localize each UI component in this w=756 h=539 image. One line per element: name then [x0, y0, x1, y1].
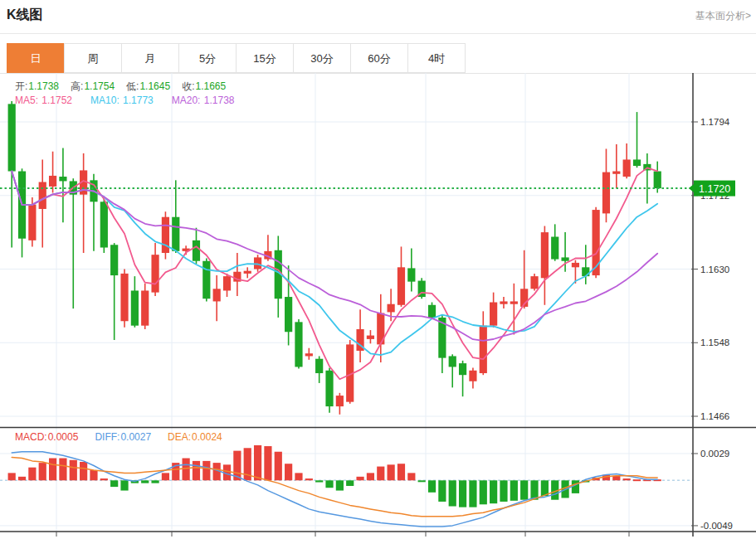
candle-body-down — [633, 159, 641, 166]
candle-body-up — [480, 326, 487, 373]
candle-body-down — [172, 217, 179, 251]
page-title: K线图 — [7, 7, 43, 24]
macd-bar — [377, 467, 384, 481]
price-badge-pointer — [689, 184, 694, 192]
macd-bar — [510, 480, 518, 501]
macd-bar — [315, 480, 323, 482]
candle-body-down — [110, 245, 118, 275]
ma10-line — [12, 172, 657, 356]
candle-body-down — [325, 371, 333, 406]
candlestick-chart[interactable]: 1.17941.17121.16301.15481.14660.0029-0.0… — [0, 73, 756, 539]
candle-body-down — [449, 356, 456, 367]
macd-bar — [356, 477, 363, 480]
candle-body-up — [388, 304, 395, 313]
macd-bar — [325, 480, 333, 488]
fundamental-analysis-link[interactable]: 基本面分析> — [695, 9, 751, 23]
candle-body-up — [213, 289, 221, 301]
candle-body-up — [151, 255, 159, 292]
candle-body-up — [49, 176, 56, 187]
candle-body-down — [285, 297, 292, 332]
macd-bar — [18, 477, 26, 480]
macd-bar — [70, 460, 77, 481]
macd-bar — [183, 459, 190, 481]
dea-line — [12, 457, 657, 516]
macd-bar — [407, 473, 415, 480]
macd-bar — [141, 480, 149, 483]
tab-月[interactable]: 月 — [121, 43, 179, 73]
macd-bar — [530, 480, 538, 499]
candle-body-up — [612, 172, 620, 174]
macd-bar — [520, 480, 528, 499]
tab-5分[interactable]: 5分 — [178, 43, 237, 73]
macd-bar — [28, 468, 36, 481]
macd-bar — [398, 464, 405, 480]
macd-bar — [480, 480, 487, 504]
candle-body-up — [593, 210, 600, 275]
candle-body-down — [428, 305, 436, 318]
macd-bar — [490, 480, 497, 503]
macd-bar — [346, 480, 354, 486]
candle-body-down — [407, 268, 415, 281]
macd-bar — [388, 464, 395, 480]
price-axis-label: 1.1630 — [700, 265, 729, 274]
price-axis-label: 1.1548 — [700, 337, 729, 347]
price-axis-label: 1.1466 — [700, 411, 729, 421]
macd-bar — [100, 478, 108, 480]
candle-body-down — [202, 261, 210, 299]
candle-body-up — [367, 336, 374, 339]
title-divider — [0, 33, 756, 34]
macd-bar — [254, 445, 261, 480]
candle-body-up — [141, 290, 149, 325]
candle-body-up — [490, 303, 497, 326]
macd-bar — [367, 473, 374, 480]
macd-bar — [110, 480, 118, 487]
macd-bar — [438, 480, 446, 502]
macd-bar — [305, 478, 313, 480]
price-axis-label: 1.1794 — [700, 117, 730, 127]
macd-axis-label: 0.0029 — [700, 449, 729, 459]
tab-60分[interactable]: 60分 — [350, 43, 408, 73]
macd-bar — [275, 452, 282, 481]
candle-body-up — [623, 159, 631, 177]
macd-bar — [162, 473, 169, 480]
macd-bar — [202, 461, 210, 480]
macd-bar — [49, 459, 56, 481]
tab-30分[interactable]: 30分 — [293, 43, 351, 73]
tab-15分[interactable]: 15分 — [236, 43, 294, 73]
macd-bar — [90, 470, 97, 480]
macd-bar — [151, 480, 159, 483]
candle-body-up — [541, 232, 549, 278]
tab-日[interactable]: 日 — [7, 43, 65, 73]
macd-axis-label: -0.0049 — [700, 521, 733, 531]
macd-bar — [449, 480, 456, 506]
macd-bar — [295, 473, 302, 480]
price-badge-value: 1.1720 — [699, 183, 730, 195]
tab-4时[interactable]: 4时 — [407, 43, 466, 73]
macd-bar — [459, 480, 466, 507]
macd-bar — [39, 463, 46, 480]
macd-bar — [418, 480, 426, 482]
candle-body-up — [602, 172, 610, 214]
candle-body-up — [39, 182, 46, 209]
macd-bar — [59, 459, 66, 481]
candle-body-up — [572, 263, 579, 267]
candle-body-up — [28, 205, 36, 240]
candle-body-down — [315, 359, 323, 373]
macd-bar — [80, 462, 87, 480]
candle-body-down — [8, 104, 16, 171]
candle-body-up — [223, 276, 231, 290]
macd-bar — [500, 480, 507, 502]
candle-body-up — [254, 257, 261, 269]
candle-body-up — [120, 274, 128, 321]
tab-周[interactable]: 周 — [64, 43, 122, 73]
candle-body-down — [295, 322, 302, 367]
candle-body-up — [305, 353, 313, 356]
candle-body-down — [561, 257, 568, 260]
macd-bar — [120, 480, 128, 490]
ma20-line — [12, 172, 657, 341]
macd-bar — [469, 480, 476, 507]
candle-body-up — [162, 217, 169, 253]
macd-bar — [285, 464, 292, 480]
candle-body-up — [530, 276, 538, 289]
macd-bar — [8, 473, 16, 480]
